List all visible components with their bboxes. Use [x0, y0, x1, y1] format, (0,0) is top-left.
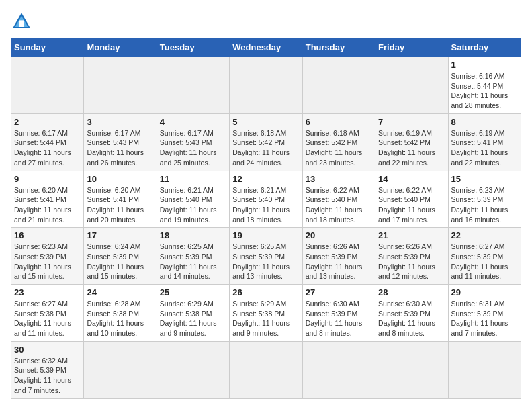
day-number: 19	[232, 230, 299, 240]
calendar-cell	[84, 57, 157, 114]
calendar-cell: 13Sunrise: 6:22 AM Sunset: 5:40 PM Dayli…	[302, 171, 375, 228]
calendar-cell	[302, 57, 375, 114]
day-number: 22	[451, 230, 518, 240]
day-info: Sunrise: 6:26 AM Sunset: 5:39 PM Dayligh…	[378, 242, 445, 281]
calendar-cell	[375, 57, 448, 114]
calendar-cell: 12Sunrise: 6:21 AM Sunset: 5:40 PM Dayli…	[230, 171, 302, 228]
day-number: 24	[87, 287, 153, 298]
day-info: Sunrise: 6:30 AM Sunset: 5:39 PM Dayligh…	[378, 299, 445, 338]
day-info: Sunrise: 6:23 AM Sunset: 5:39 PM Dayligh…	[14, 242, 81, 281]
day-number: 27	[306, 287, 372, 298]
day-number: 3	[87, 117, 153, 127]
page-header	[11, 11, 521, 32]
day-info: Sunrise: 6:27 AM Sunset: 5:38 PM Dayligh…	[14, 299, 81, 338]
day-info: Sunrise: 6:20 AM Sunset: 5:41 PM Dayligh…	[14, 185, 81, 225]
day-info: Sunrise: 6:21 AM Sunset: 5:40 PM Dayligh…	[160, 185, 226, 225]
day-number: 28	[378, 287, 445, 298]
calendar-cell: 19Sunrise: 6:25 AM Sunset: 5:39 PM Dayli…	[230, 228, 302, 285]
day-info: Sunrise: 6:28 AM Sunset: 5:38 PM Dayligh…	[87, 299, 153, 338]
day-number: 10	[87, 174, 153, 184]
day-info: Sunrise: 6:30 AM Sunset: 5:39 PM Dayligh…	[306, 299, 372, 338]
day-info: Sunrise: 6:29 AM Sunset: 5:38 PM Dayligh…	[160, 299, 226, 338]
calendar-cell: 25Sunrise: 6:29 AM Sunset: 5:38 PM Dayli…	[157, 285, 229, 342]
calendar-cell: 16Sunrise: 6:23 AM Sunset: 5:39 PM Dayli…	[11, 228, 84, 285]
day-number: 11	[160, 174, 226, 184]
calendar-cell: 29Sunrise: 6:31 AM Sunset: 5:39 PM Dayli…	[448, 285, 521, 342]
calendar-table: SundayMondayTuesdayWednesdayThursdayFrid…	[11, 38, 521, 399]
day-info: Sunrise: 6:27 AM Sunset: 5:39 PM Dayligh…	[451, 242, 518, 281]
calendar-cell: 15Sunrise: 6:23 AM Sunset: 5:39 PM Dayli…	[448, 171, 521, 228]
day-info: Sunrise: 6:22 AM Sunset: 5:40 PM Dayligh…	[378, 185, 445, 225]
day-number: 20	[306, 230, 372, 240]
calendar-cell: 2Sunrise: 6:17 AM Sunset: 5:44 PM Daylig…	[11, 113, 84, 171]
calendar-cell	[84, 341, 157, 398]
day-number: 8	[451, 117, 518, 127]
calendar-cell	[302, 341, 375, 398]
calendar-cell: 18Sunrise: 6:25 AM Sunset: 5:39 PM Dayli…	[157, 228, 229, 285]
day-info: Sunrise: 6:31 AM Sunset: 5:39 PM Dayligh…	[451, 299, 518, 338]
svg-rect-2	[19, 20, 24, 27]
column-header-tuesday: Tuesday	[157, 38, 229, 57]
calendar-cell: 3Sunrise: 6:17 AM Sunset: 5:43 PM Daylig…	[84, 113, 157, 171]
day-number: 29	[451, 287, 518, 298]
day-info: Sunrise: 6:26 AM Sunset: 5:39 PM Dayligh…	[306, 242, 372, 281]
day-info: Sunrise: 6:18 AM Sunset: 5:42 PM Dayligh…	[232, 128, 299, 168]
day-info: Sunrise: 6:23 AM Sunset: 5:39 PM Dayligh…	[451, 185, 518, 225]
day-info: Sunrise: 6:29 AM Sunset: 5:38 PM Dayligh…	[232, 299, 299, 338]
calendar-cell: 27Sunrise: 6:30 AM Sunset: 5:39 PM Dayli…	[302, 285, 375, 342]
calendar-cell	[375, 341, 448, 398]
calendar-cell	[230, 57, 302, 114]
day-number: 13	[306, 174, 372, 184]
calendar-cell: 1Sunrise: 6:16 AM Sunset: 5:44 PM Daylig…	[448, 57, 521, 114]
day-info: Sunrise: 6:19 AM Sunset: 5:41 PM Dayligh…	[451, 128, 518, 168]
calendar-week-row: 23Sunrise: 6:27 AM Sunset: 5:38 PM Dayli…	[11, 285, 521, 342]
day-number: 17	[87, 230, 153, 240]
calendar-cell: 24Sunrise: 6:28 AM Sunset: 5:38 PM Dayli…	[84, 285, 157, 342]
calendar-cell: 20Sunrise: 6:26 AM Sunset: 5:39 PM Dayli…	[302, 228, 375, 285]
calendar-cell: 7Sunrise: 6:19 AM Sunset: 5:42 PM Daylig…	[375, 113, 448, 171]
day-info: Sunrise: 6:25 AM Sunset: 5:39 PM Dayligh…	[160, 242, 226, 281]
column-header-monday: Monday	[84, 38, 157, 57]
day-number: 14	[378, 174, 445, 184]
day-number: 26	[232, 287, 299, 298]
calendar-cell: 26Sunrise: 6:29 AM Sunset: 5:38 PM Dayli…	[230, 285, 302, 342]
calendar-cell	[157, 341, 229, 398]
day-info: Sunrise: 6:32 AM Sunset: 5:39 PM Dayligh…	[14, 356, 81, 396]
calendar-cell: 21Sunrise: 6:26 AM Sunset: 5:39 PM Dayli…	[375, 228, 448, 285]
calendar-week-row: 1Sunrise: 6:16 AM Sunset: 5:44 PM Daylig…	[11, 57, 521, 114]
calendar-cell	[448, 341, 521, 398]
day-number: 18	[160, 230, 226, 240]
calendar-week-row: 16Sunrise: 6:23 AM Sunset: 5:39 PM Dayli…	[11, 228, 521, 285]
day-number: 25	[160, 287, 226, 298]
calendar-cell: 8Sunrise: 6:19 AM Sunset: 5:41 PM Daylig…	[448, 113, 521, 171]
day-number: 30	[14, 345, 81, 355]
calendar-cell: 30Sunrise: 6:32 AM Sunset: 5:39 PM Dayli…	[11, 341, 84, 398]
day-info: Sunrise: 6:18 AM Sunset: 5:42 PM Dayligh…	[306, 128, 372, 168]
day-info: Sunrise: 6:17 AM Sunset: 5:43 PM Dayligh…	[160, 128, 226, 168]
calendar-header-row: SundayMondayTuesdayWednesdayThursdayFrid…	[11, 38, 521, 57]
calendar-week-row: 9Sunrise: 6:20 AM Sunset: 5:41 PM Daylig…	[11, 171, 521, 228]
day-info: Sunrise: 6:17 AM Sunset: 5:44 PM Dayligh…	[14, 128, 81, 168]
calendar-cell: 4Sunrise: 6:17 AM Sunset: 5:43 PM Daylig…	[157, 113, 229, 171]
calendar-cell: 14Sunrise: 6:22 AM Sunset: 5:40 PM Dayli…	[375, 171, 448, 228]
calendar-cell	[157, 57, 229, 114]
calendar-cell: 10Sunrise: 6:20 AM Sunset: 5:41 PM Dayli…	[84, 171, 157, 228]
calendar-cell: 11Sunrise: 6:21 AM Sunset: 5:40 PM Dayli…	[157, 171, 229, 228]
day-number: 12	[232, 174, 299, 184]
day-info: Sunrise: 6:17 AM Sunset: 5:43 PM Dayligh…	[87, 128, 153, 168]
calendar-week-row: 30Sunrise: 6:32 AM Sunset: 5:39 PM Dayli…	[11, 341, 521, 398]
day-info: Sunrise: 6:22 AM Sunset: 5:40 PM Dayligh…	[306, 185, 372, 225]
column-header-thursday: Thursday	[302, 38, 375, 57]
day-number: 7	[378, 117, 445, 127]
day-number: 2	[14, 117, 81, 127]
day-info: Sunrise: 6:20 AM Sunset: 5:41 PM Dayligh…	[87, 185, 153, 225]
day-info: Sunrise: 6:25 AM Sunset: 5:39 PM Dayligh…	[232, 242, 299, 281]
day-number: 6	[306, 117, 372, 127]
calendar-cell: 5Sunrise: 6:18 AM Sunset: 5:42 PM Daylig…	[230, 113, 302, 171]
day-number: 4	[160, 117, 226, 127]
day-info: Sunrise: 6:19 AM Sunset: 5:42 PM Dayligh…	[378, 128, 445, 168]
calendar-cell: 23Sunrise: 6:27 AM Sunset: 5:38 PM Dayli…	[11, 285, 84, 342]
generalblue-logo-icon	[11, 11, 32, 32]
column-header-saturday: Saturday	[448, 38, 521, 57]
day-number: 16	[14, 230, 81, 240]
